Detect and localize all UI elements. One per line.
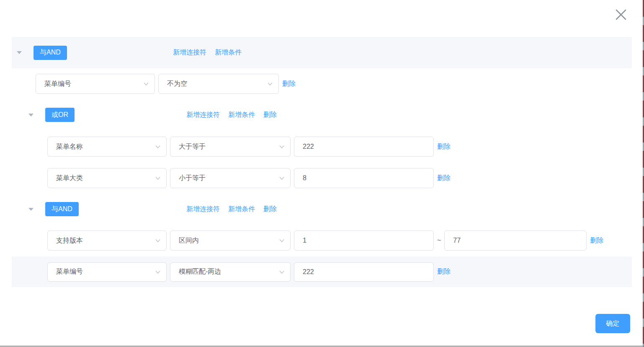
operator-select-value: 小于等于 bbox=[179, 174, 206, 183]
condition-row-2: 菜单名称 大于等于 删除 bbox=[47, 137, 632, 157]
collapse-arrow-icon[interactable] bbox=[28, 114, 33, 117]
connector-badge-or[interactable]: 或OR bbox=[45, 108, 75, 122]
operator-select-value: 不为空 bbox=[167, 80, 187, 88]
operator-select-value: 区间内 bbox=[179, 236, 199, 245]
group-header-and-2: 与AND 新增连接符 新增条件 删除 bbox=[12, 202, 632, 217]
field-select[interactable]: 菜单大类 bbox=[47, 168, 167, 188]
add-connector-link[interactable]: 新增连接符 bbox=[186, 205, 220, 214]
chevron-down-icon bbox=[267, 80, 273, 87]
group-actions: 新增连接符 新增条件 bbox=[173, 37, 242, 68]
operator-select[interactable]: 不为空 bbox=[158, 74, 279, 94]
field-select-value: 菜单名称 bbox=[56, 142, 83, 151]
add-condition-link[interactable]: 新增条件 bbox=[215, 48, 242, 57]
condition-row-4: 支持版本 区间内 ~ 删除 bbox=[47, 230, 632, 251]
connector-badge-and-1[interactable]: 与AND bbox=[33, 46, 67, 60]
chevron-down-icon bbox=[278, 143, 285, 150]
group-actions: 新增连接符 新增条件 删除 bbox=[186, 107, 277, 122]
field-select-value: 菜单大类 bbox=[56, 174, 83, 183]
add-condition-link[interactable]: 新增条件 bbox=[228, 111, 255, 119]
page-bottom-border bbox=[0, 346, 644, 347]
chevron-down-icon bbox=[143, 80, 149, 87]
delete-condition-link[interactable]: 删除 bbox=[590, 236, 603, 245]
delete-condition-link[interactable]: 删除 bbox=[437, 267, 451, 276]
field-select-value: 菜单编号 bbox=[44, 80, 71, 88]
add-condition-link[interactable]: 新增条件 bbox=[228, 205, 255, 214]
value-input[interactable] bbox=[294, 262, 434, 282]
field-select[interactable]: 菜单编号 bbox=[47, 262, 167, 282]
condition-row-3: 菜单大类 小于等于 删除 bbox=[47, 168, 632, 188]
field-select[interactable]: 菜单编号 bbox=[36, 74, 155, 94]
group-header-and-1: 与AND 新增连接符 新增条件 bbox=[12, 37, 632, 68]
operator-select-value: 模糊匹配-两边 bbox=[179, 267, 221, 276]
collapse-arrow-icon[interactable] bbox=[28, 208, 33, 211]
connector-badge-and-2[interactable]: 与AND bbox=[45, 202, 79, 216]
delete-condition-link[interactable]: 删除 bbox=[282, 80, 296, 88]
condition-builder: 与AND 新增连接符 新增条件 菜单编号 不为空 删除 或OR 新增连接符 新增… bbox=[12, 37, 632, 287]
delete-condition-link[interactable]: 删除 bbox=[437, 174, 451, 183]
delete-group-link[interactable]: 删除 bbox=[263, 205, 277, 214]
operator-select[interactable]: 模糊匹配-两边 bbox=[170, 262, 291, 282]
range-end-input[interactable] bbox=[444, 230, 587, 251]
field-select-value: 支持版本 bbox=[56, 236, 83, 245]
chevron-down-icon bbox=[155, 143, 161, 150]
condition-row-5-band: 菜单编号 模糊匹配-两边 删除 bbox=[12, 256, 632, 287]
group-header-or: 或OR 新增连接符 新增条件 删除 bbox=[12, 107, 632, 122]
value-input[interactable] bbox=[294, 168, 434, 188]
add-connector-link[interactable]: 新增连接符 bbox=[173, 48, 206, 57]
operator-select-value: 大于等于 bbox=[179, 142, 206, 151]
chevron-down-icon bbox=[155, 269, 161, 275]
value-input[interactable] bbox=[294, 137, 434, 157]
condition-row-1: 菜单编号 不为空 删除 bbox=[36, 74, 632, 94]
operator-select[interactable]: 区间内 bbox=[170, 230, 291, 251]
chevron-down-icon bbox=[155, 237, 161, 244]
chevron-down-icon bbox=[278, 269, 285, 275]
delete-condition-link[interactable]: 删除 bbox=[437, 142, 451, 151]
condition-row-5: 菜单编号 模糊匹配-两边 删除 bbox=[47, 262, 451, 282]
operator-select[interactable]: 大于等于 bbox=[170, 137, 291, 157]
field-select[interactable]: 菜单名称 bbox=[47, 137, 167, 157]
operator-select[interactable]: 小于等于 bbox=[170, 168, 291, 188]
chevron-down-icon bbox=[155, 175, 161, 181]
group-actions: 新增连接符 新增条件 删除 bbox=[186, 202, 277, 217]
field-select-value: 菜单编号 bbox=[56, 267, 83, 276]
close-button[interactable] bbox=[613, 7, 629, 22]
confirm-button[interactable]: 确定 bbox=[595, 314, 630, 333]
field-select[interactable]: 支持版本 bbox=[47, 230, 167, 251]
add-connector-link[interactable]: 新增连接符 bbox=[186, 111, 220, 119]
collapse-arrow-icon[interactable] bbox=[17, 51, 22, 54]
chevron-down-icon bbox=[278, 237, 285, 244]
range-start-input[interactable] bbox=[294, 230, 434, 251]
delete-group-link[interactable]: 删除 bbox=[263, 111, 277, 119]
range-separator: ~ bbox=[437, 237, 441, 244]
close-icon bbox=[613, 7, 629, 22]
chevron-down-icon bbox=[278, 175, 285, 181]
